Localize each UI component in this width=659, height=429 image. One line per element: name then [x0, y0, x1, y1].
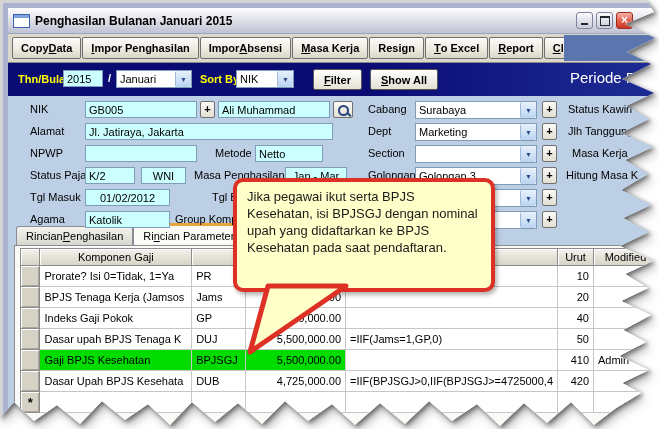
cell-modified[interactable]: Admin: [594, 350, 658, 371]
cell-komponen[interactable]: Dasar Upah BPJS Kesehata: [40, 371, 192, 392]
close-window-button[interactable]: ×: [616, 12, 633, 29]
month-select[interactable]: Januari ▼: [116, 70, 192, 88]
chevron-down-icon[interactable]: ▼: [520, 146, 536, 162]
cell-modified[interactable]: [594, 392, 658, 413]
torn-screenshot-page: Penghasilan Bulanan Januari 2015 × Copy …: [0, 0, 659, 429]
sort-by-label: Sort By: [200, 73, 239, 85]
cell-formula[interactable]: [346, 392, 558, 413]
section-select[interactable]: ▼: [415, 145, 537, 163]
table-row: Dasar Upah BPJS Kesehata DUB 4,725,000.0…: [21, 371, 658, 392]
cabang-select[interactable]: Surabaya ▼: [415, 101, 537, 119]
show-all-button[interactable]: Show All: [370, 69, 438, 90]
row-selector[interactable]: [21, 371, 40, 392]
cell-komponen[interactable]: BPJS Tenaga Kerja (Jamsos: [40, 287, 192, 308]
wni-input[interactable]: [141, 167, 186, 184]
cell-urut[interactable]: 50: [558, 329, 594, 350]
chevron-down-icon[interactable]: ▼: [520, 212, 536, 228]
resign-button[interactable]: Resign: [369, 37, 424, 59]
row-selector[interactable]: [21, 329, 40, 350]
komponen-gaji-header[interactable]: Komponen Gaji: [40, 249, 192, 266]
copy-data-button[interactable]: Copy Data: [12, 37, 81, 59]
year-month-separator: /: [108, 72, 111, 84]
maximize-button[interactable]: [596, 12, 613, 29]
cell-urut[interactable]: [558, 392, 594, 413]
alamat-input[interactable]: [85, 123, 333, 140]
cell-kode[interactable]: DUB: [192, 371, 246, 392]
jlh-tanggungan-label: Jlh Tanggunga: [568, 125, 639, 137]
chevron-down-icon[interactable]: ▼: [520, 190, 536, 206]
metode-input[interactable]: [255, 145, 323, 162]
cell-modified[interactable]: [594, 266, 658, 287]
cell-modified[interactable]: [594, 329, 658, 350]
npwp-input[interactable]: [85, 145, 197, 162]
cell-kode[interactable]: [192, 392, 246, 413]
cell-urut[interactable]: 420: [558, 371, 594, 392]
window-title: Penghasilan Bulanan Januari 2015: [35, 14, 232, 28]
row-selector[interactable]: [21, 287, 40, 308]
agama-label: Agama: [30, 213, 65, 225]
cell-komponen[interactable]: Indeks Gaji Pokok: [40, 308, 192, 329]
report-button[interactable]: Report: [489, 37, 542, 59]
sort-by-select[interactable]: NIK ▼: [236, 70, 294, 88]
cell-komponen[interactable]: [40, 392, 192, 413]
unlabeled-add-button-2[interactable]: +: [542, 211, 557, 228]
masa-kerja-label: Masa Kerja: [572, 147, 628, 159]
row-selector[interactable]: [21, 266, 40, 287]
row-selector[interactable]: [21, 350, 40, 371]
cell-komponen[interactable]: Gaji BPJS Kesehatan: [40, 350, 192, 371]
unlabeled-add-button-1[interactable]: +: [542, 189, 557, 206]
chevron-down-icon[interactable]: ▼: [520, 168, 536, 184]
cell-urut[interactable]: 20: [558, 287, 594, 308]
tgl-masuk-label: Tgl Masuk: [30, 191, 81, 203]
masa-kerja-button[interactable]: Masa Kerja: [292, 37, 368, 59]
filter-button[interactable]: Filter: [313, 69, 362, 90]
minimize-button[interactable]: [576, 12, 593, 29]
cell-urut[interactable]: 40: [558, 308, 594, 329]
cell-modified[interactable]: [594, 287, 658, 308]
cell-urut[interactable]: 10: [558, 266, 594, 287]
agama-input[interactable]: [85, 211, 170, 228]
cell-modified[interactable]: [594, 308, 658, 329]
chevron-down-icon[interactable]: ▼: [175, 71, 191, 87]
impor-penghasilan-button[interactable]: Impor Penghasilan: [82, 37, 198, 59]
cell-komponen[interactable]: Prorate? Isi 0=Tidak, 1=Ya: [40, 266, 192, 287]
chevron-down-icon[interactable]: ▼: [520, 124, 536, 140]
cabang-add-button[interactable]: +: [542, 101, 557, 118]
cell-formula[interactable]: =IIF(BPJSGJ>0,IIF(BPJSGJ>=4725000,4: [346, 371, 558, 392]
row-selector[interactable]: [21, 308, 40, 329]
toolbar: Copy Data Impor Penghasilan Impor Absens…: [8, 34, 659, 63]
cell-komponen[interactable]: Dasar upah BPJS Tenaga K: [40, 329, 192, 350]
year-input[interactable]: [63, 70, 103, 87]
cell-urut[interactable]: 410: [558, 350, 594, 371]
cell-nilai[interactable]: [245, 392, 345, 413]
cell-formula[interactable]: [346, 350, 558, 371]
chevron-down-icon[interactable]: ▼: [520, 102, 536, 118]
cabang-label: Cabang: [368, 103, 407, 115]
nik-add-button[interactable]: +: [200, 101, 215, 118]
table-new-row: *: [21, 392, 658, 413]
tab-rincian-penghasilan[interactable]: Rincian Penghasilan: [16, 226, 133, 245]
modified-header[interactable]: Modified: [594, 249, 658, 266]
section-add-button[interactable]: +: [542, 145, 557, 162]
section-label: Section: [368, 147, 405, 159]
cell-formula[interactable]: [346, 308, 558, 329]
cell-formula[interactable]: =IIF(Jams=1,GP,0): [346, 329, 558, 350]
cell-nilai[interactable]: 4,725,000.00: [245, 371, 345, 392]
dept-add-button[interactable]: +: [542, 123, 557, 140]
status-pajak-input[interactable]: [85, 167, 135, 184]
urut-header[interactable]: Urut: [558, 249, 594, 266]
golongan-add-button[interactable]: +: [542, 167, 557, 184]
dept-label: Dept: [368, 125, 391, 137]
status-pajak-label: Status Pajak: [30, 169, 92, 181]
nik-label: NIK: [30, 103, 48, 115]
tgl-masuk-input[interactable]: [85, 189, 170, 206]
nik-input[interactable]: [85, 101, 197, 118]
dept-select[interactable]: Marketing ▼: [415, 123, 537, 141]
impor-absensi-button[interactable]: Impor Absensi: [200, 37, 291, 59]
to-excel-button[interactable]: To Excel: [425, 37, 488, 59]
new-record-selector[interactable]: *: [21, 392, 40, 413]
search-button[interactable]: [333, 101, 353, 118]
cell-modified[interactable]: [594, 371, 658, 392]
employee-name-input[interactable]: [218, 101, 330, 118]
chevron-down-icon[interactable]: ▼: [277, 71, 293, 87]
